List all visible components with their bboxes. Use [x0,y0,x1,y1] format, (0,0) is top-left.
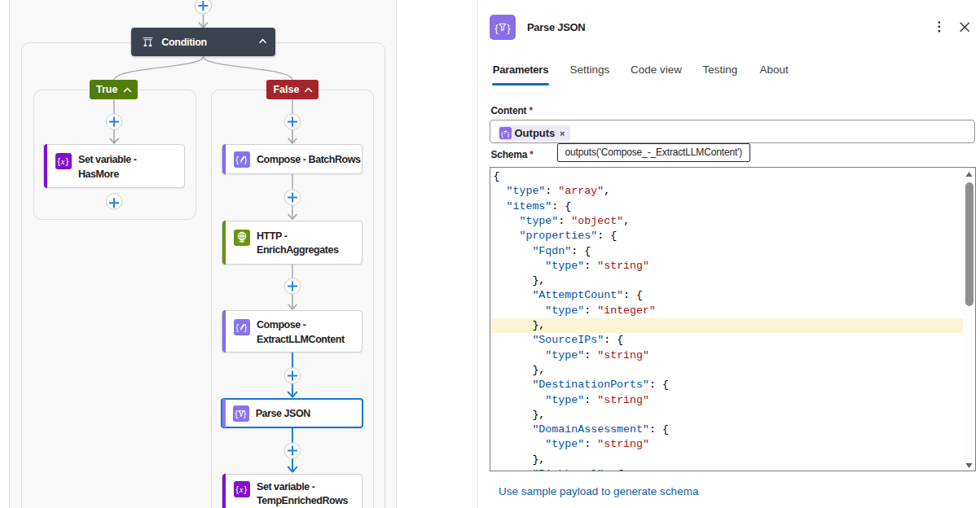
svg-text:x: x [60,157,65,166]
svg-text:{: { [235,409,238,419]
svg-text:x: x [239,485,244,494]
svg-text:}: } [243,409,246,419]
svg-text:{: { [235,485,239,495]
svg-text:}: } [244,485,248,495]
svg-text:}: } [244,155,248,165]
svg-text:{: { [57,157,60,167]
svg-text:}: } [244,323,248,333]
svg-text:{: { [235,155,239,165]
svg-text:{: { [235,323,239,333]
svg-text:{: { [501,130,503,138]
svg-text:{: { [494,21,499,33]
svg-text:}: } [507,130,509,138]
svg-text:}: } [66,157,69,167]
svg-text:}: } [507,21,511,33]
